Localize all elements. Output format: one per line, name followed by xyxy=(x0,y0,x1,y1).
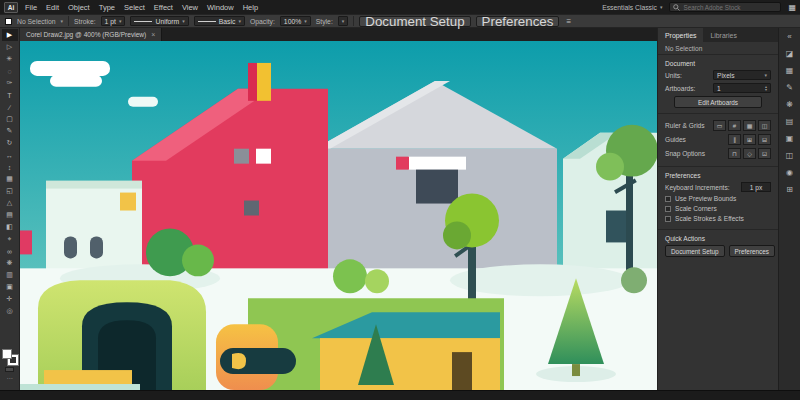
swatches-panel-icon[interactable]: ▦ xyxy=(782,64,798,77)
guides-icon[interactable]: ⊞ xyxy=(743,134,756,145)
preference-checkbox[interactable]: Scale Strokes & Effects xyxy=(665,215,771,222)
edit-artboards-button[interactable]: Edit Artboards xyxy=(674,96,762,108)
checkbox-icon[interactable] xyxy=(665,196,671,202)
menu-item[interactable]: Object xyxy=(68,3,90,12)
free-transform-tool-icon[interactable]: ▦ xyxy=(2,173,18,185)
menu-items: FileEditObjectTypeSelectEffectViewWindow… xyxy=(25,3,258,12)
quick-preferences-button[interactable]: Preferences xyxy=(729,245,775,257)
menu-item[interactable]: Window xyxy=(207,3,234,12)
direct-selection-tool-icon[interactable]: ▷ xyxy=(2,41,18,53)
artboards-panel-icon[interactable]: ▣ xyxy=(782,132,798,145)
menu-item[interactable]: File xyxy=(25,3,37,12)
ruler-grid-icon[interactable]: ◫ xyxy=(758,120,771,131)
workspace-label: Essentials Classic xyxy=(602,4,657,11)
checkbox-icon[interactable] xyxy=(665,216,671,222)
app-logo-icon[interactable]: Ai xyxy=(4,2,18,13)
scale-tool-icon[interactable]: ↔ xyxy=(2,149,18,161)
preference-checkbox[interactable]: Scale Corners xyxy=(665,205,771,212)
lasso-tool-icon[interactable]: ◌ xyxy=(2,65,18,77)
menu-item[interactable]: Help xyxy=(243,3,258,12)
menu-item[interactable]: View xyxy=(182,3,198,12)
document-setup-button[interactable]: Document Setup xyxy=(359,16,470,27)
fill-stroke-swatches[interactable] xyxy=(2,349,18,365)
fill-swatch-icon[interactable] xyxy=(2,349,12,359)
layers-panel-icon[interactable]: ▤ xyxy=(782,115,798,128)
asset-export-panel-icon[interactable]: ◫ xyxy=(782,149,798,162)
libraries-panel-icon[interactable]: ⊞ xyxy=(782,183,798,196)
close-icon[interactable]: × xyxy=(151,31,155,38)
preference-checkbox[interactable]: Use Preview Bounds xyxy=(665,195,771,202)
more-tools-icon[interactable]: ⋯ xyxy=(7,374,13,381)
brush-dropdown[interactable]: Basic ▾ xyxy=(194,16,245,26)
pen-tool-icon[interactable]: ✑ xyxy=(2,77,18,89)
menu-bar: Ai FileEditObjectTypeSelectEffectViewWin… xyxy=(0,0,800,14)
artboards-stepper[interactable]: 1 ▴▾ xyxy=(713,83,771,93)
preferences-button[interactable]: Preferences xyxy=(476,16,560,27)
artboard-tool-icon[interactable]: ▣ xyxy=(2,281,18,293)
keyboard-increments-input[interactable]: 1 px xyxy=(741,182,771,192)
workspace-switcher[interactable]: Essentials Classic ▾ xyxy=(602,4,662,11)
symbol-sprayer-tool-icon[interactable]: ❋ xyxy=(2,257,18,269)
width-tool-icon[interactable]: ↕ xyxy=(2,161,18,173)
chevron-down-icon: ▾ xyxy=(182,18,185,24)
stepper-arrows-icon[interactable]: ▴▾ xyxy=(765,85,767,91)
search-input[interactable] xyxy=(683,4,775,11)
expand-panels-icon[interactable]: « xyxy=(782,30,798,43)
ruler-grids-buttons: ▭#▦◫ xyxy=(713,120,771,131)
tools-panel: ▶▷✳◌✑T∕▢✎↻↔↕▦◱△▤◧⌖∞❋▥▣✛◎ xyxy=(0,28,20,390)
width-profile-dropdown[interactable]: Uniform ▾ xyxy=(130,16,188,26)
snap-icon[interactable]: ⊡ xyxy=(758,148,771,159)
tab-properties[interactable]: Properties xyxy=(658,28,703,42)
stroke-weight-dropdown[interactable]: 1 pt ▾ xyxy=(101,16,126,26)
menu-bar-right: Essentials Classic ▾ ▦ xyxy=(602,2,796,12)
fill-swatch-icon[interactable] xyxy=(5,18,12,25)
canvas[interactable] xyxy=(20,41,657,390)
opacity-dropdown[interactable]: 100% ▾ xyxy=(280,16,311,26)
app-grid-icon[interactable]: ▦ xyxy=(788,3,796,12)
mesh-tool-icon[interactable]: ▤ xyxy=(2,209,18,221)
ruler-grid-icon[interactable]: ▦ xyxy=(743,120,756,131)
blend-tool-icon[interactable]: ∞ xyxy=(2,245,18,257)
color-panel-icon[interactable]: ◪ xyxy=(782,47,798,60)
document-section-title: Document xyxy=(665,60,771,67)
comments-panel-icon[interactable]: ◉ xyxy=(782,166,798,179)
brushes-panel-icon[interactable]: ✎ xyxy=(782,81,798,94)
document-tab[interactable]: Corel Draw2.jpg @ 400% (RGB/Preview) × xyxy=(20,28,162,41)
panel-menu-icon[interactable]: ≡ xyxy=(566,17,571,26)
zoom-tool-icon[interactable]: ◎ xyxy=(2,305,18,317)
draw-normal-mode-icon[interactable] xyxy=(5,367,14,372)
stock-search[interactable] xyxy=(669,2,781,12)
ruler-grid-icon[interactable]: ▭ xyxy=(713,120,726,131)
menu-item[interactable]: Edit xyxy=(46,3,59,12)
selection-tool-icon[interactable]: ▶ xyxy=(2,29,18,41)
menu-item[interactable]: Type xyxy=(99,3,115,12)
type-tool-icon[interactable]: T xyxy=(2,89,18,101)
guides-icon[interactable]: ⊟ xyxy=(758,134,771,145)
eyedropper-tool-icon[interactable]: ⌖ xyxy=(2,233,18,245)
rectangle-tool-icon[interactable]: ▢ xyxy=(2,113,18,125)
menu-item[interactable]: Effect xyxy=(154,3,173,12)
magic-wand-tool-icon[interactable]: ✳ xyxy=(2,53,18,65)
style-dropdown[interactable]: ▾ xyxy=(338,16,349,26)
snap-buttons: ⊓◇⊡ xyxy=(728,148,771,159)
column-graph-tool-icon[interactable]: ▥ xyxy=(2,269,18,281)
checkbox-icon[interactable] xyxy=(665,206,671,212)
gradient-tool-icon[interactable]: ◧ xyxy=(2,221,18,233)
slice-tool-icon[interactable]: ✛ xyxy=(2,293,18,305)
ruler-grid-icon[interactable]: # xyxy=(728,120,741,131)
perspective-grid-tool-icon[interactable]: △ xyxy=(2,197,18,209)
shape-builder-tool-icon[interactable]: ◱ xyxy=(2,185,18,197)
checkbox-label: Scale Strokes & Effects xyxy=(675,215,744,222)
tab-libraries[interactable]: Libraries xyxy=(703,28,743,42)
snap-icon[interactable]: ⊓ xyxy=(728,148,741,159)
guides-icon[interactable]: ∥ xyxy=(728,134,741,145)
line-segment-tool-icon[interactable]: ∕ xyxy=(2,101,18,113)
snap-icon[interactable]: ◇ xyxy=(743,148,756,159)
ruler-grids-section: Ruler & Grids ▭#▦◫ Guides ∥⊞⊟ Snap Optio… xyxy=(658,114,778,167)
units-dropdown[interactable]: Pixels ▾ xyxy=(713,70,771,80)
rotate-tool-icon[interactable]: ↻ xyxy=(2,137,18,149)
menu-item[interactable]: Select xyxy=(124,3,145,12)
pencil-tool-icon[interactable]: ✎ xyxy=(2,125,18,137)
quick-document-setup-button[interactable]: Document Setup xyxy=(665,245,725,257)
symbols-panel-icon[interactable]: ❋ xyxy=(782,98,798,111)
